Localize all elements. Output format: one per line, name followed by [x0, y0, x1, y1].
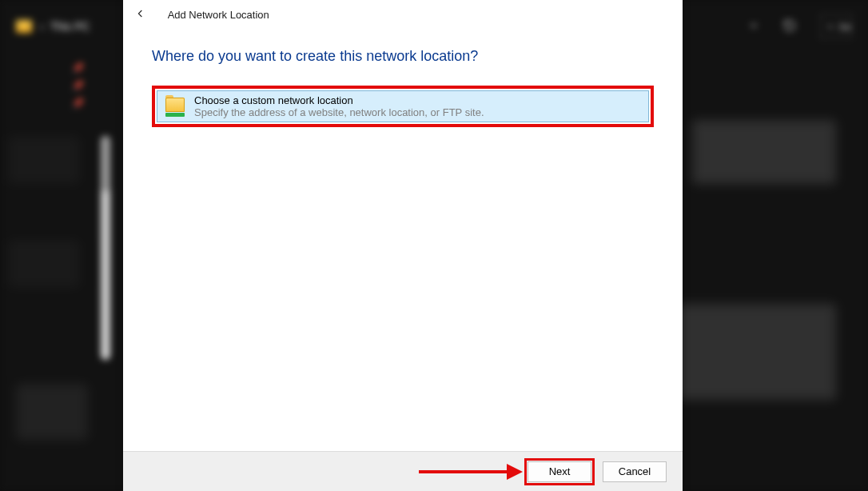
annotation-arrow	[419, 464, 523, 480]
sidebar-scrollbar[interactable]	[101, 136, 110, 360]
search-icon	[827, 22, 834, 32]
dialog-body: Where do you want to create this network…	[123, 29, 683, 451]
search-placeholder: Se	[838, 21, 851, 33]
option-subtitle: Specify the address of a website, networ…	[194, 106, 484, 118]
option-text: Choose a custom network location Specify…	[194, 94, 484, 118]
next-button[interactable]: Next	[528, 461, 591, 482]
pin-icon: 📌	[72, 62, 120, 74]
add-network-location-dialog: Add Network Location Where do you want t…	[123, 0, 683, 491]
content-tile	[8, 240, 80, 288]
content-tile	[8, 136, 80, 184]
dialog-title: Add Network Location	[168, 9, 269, 21]
content-tile	[676, 304, 836, 400]
svg-point-0	[828, 24, 832, 28]
annotation-highlight-option: Choose a custom network location Specify…	[152, 86, 654, 127]
cancel-button[interactable]: Cancel	[603, 461, 667, 482]
network-folder-icon	[164, 97, 186, 116]
back-arrow-icon[interactable]	[131, 4, 153, 26]
page-heading: Where do you want to create this network…	[152, 48, 654, 65]
refresh-icon[interactable]	[783, 19, 796, 34]
pin-icon: 📌	[72, 98, 120, 109]
option-custom-network-location[interactable]: Choose a custom network location Specify…	[157, 90, 649, 122]
breadcrumb[interactable]: › This PC	[40, 20, 90, 33]
dialog-footer: Next Cancel	[123, 451, 683, 491]
content-tile	[16, 384, 88, 440]
search-input[interactable]: Se	[820, 14, 852, 38]
content-tile	[692, 120, 836, 184]
annotation-highlight-next: Next	[524, 458, 595, 485]
breadcrumb-separator: ›	[40, 20, 44, 33]
pin-icon: 📌	[72, 80, 120, 91]
dialog-titlebar: Add Network Location	[123, 0, 683, 29]
toolbar-right: Se	[748, 14, 852, 38]
breadcrumb-location[interactable]: This PC	[50, 20, 90, 33]
option-title: Choose a custom network location	[194, 94, 484, 106]
scrollbar-thumb[interactable]	[101, 136, 110, 192]
folder-icon	[16, 20, 32, 33]
chevron-down-icon[interactable]	[748, 20, 759, 34]
